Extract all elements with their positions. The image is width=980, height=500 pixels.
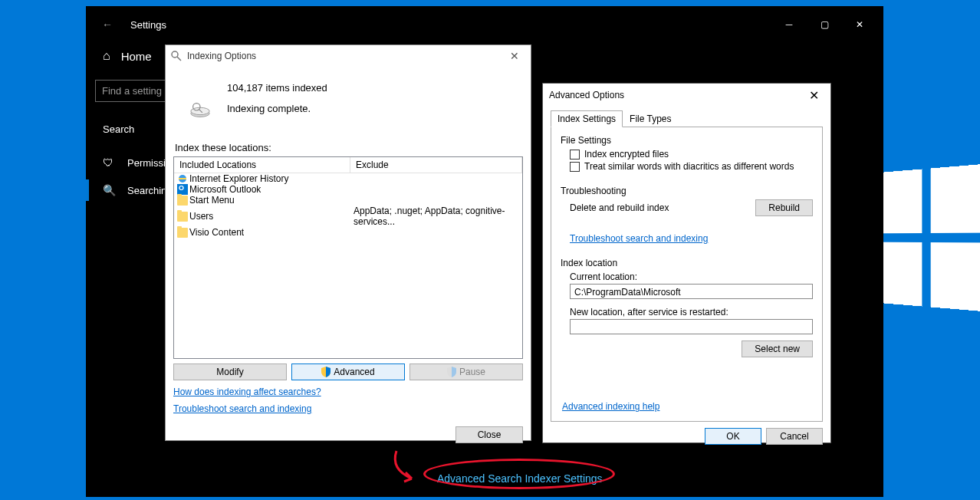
column-exclude[interactable]: Exclude <box>350 157 522 173</box>
delete-rebuild-label: Delete and rebuild index <box>570 202 669 213</box>
folder-icon <box>177 196 188 206</box>
indexing-status: Indexing complete. <box>227 103 327 114</box>
home-label: Home <box>121 50 152 63</box>
maximize-button[interactable]: ▢ <box>807 13 842 36</box>
svg-line-1 <box>177 57 181 61</box>
back-button[interactable]: ← <box>92 18 123 31</box>
advanced-options-dialog: Advanced Options ✕ Index Settings File T… <box>542 83 831 443</box>
svg-point-0 <box>172 51 178 58</box>
indexing-titlebar: Indexing Options ✕ <box>166 45 531 67</box>
rebuild-button[interactable]: Rebuild <box>755 199 813 216</box>
ie-icon <box>177 173 188 184</box>
advanced-titlebar: Advanced Options ✕ <box>543 84 830 107</box>
locations-label: Index these locations: <box>175 142 523 153</box>
advanced-indexer-link[interactable]: Advanced Search Indexer Settings <box>437 472 603 485</box>
drive-icon <box>173 77 227 122</box>
shield-icon <box>321 367 331 377</box>
ok-button[interactable]: OK <box>705 428 761 445</box>
checkbox-icon <box>570 162 580 172</box>
folder-icon <box>177 228 188 238</box>
settings-titlebar: ← Settings ─ ▢ ✕ <box>86 6 883 43</box>
settings-title: Settings <box>123 19 771 31</box>
list-item[interactable]: Start Menu <box>174 195 522 206</box>
outlook-icon <box>177 184 188 195</box>
search-icon: 🔍 <box>103 184 117 196</box>
list-item[interactable]: UsersAppData; .nuget; AppData; cognitive… <box>174 206 522 227</box>
items-indexed-count: 104,187 items indexed <box>227 82 327 94</box>
current-location-label: Current location: <box>570 271 813 282</box>
list-item[interactable]: Visio Content <box>174 227 522 238</box>
checkbox-icon <box>570 150 580 160</box>
minimize-button[interactable]: ─ <box>771 13 807 36</box>
close-button[interactable]: ✕ <box>842 13 877 36</box>
troubleshoot-link[interactable]: Troubleshoot search and indexing <box>570 233 708 244</box>
advanced-button[interactable]: Advanced <box>291 363 405 380</box>
new-location-label: New location, after service is restarted… <box>570 307 813 317</box>
file-settings-label: File Settings <box>561 135 813 146</box>
advanced-title: Advanced Options <box>549 90 798 100</box>
desktop-background <box>896 0 980 500</box>
indexing-title: Indexing Options <box>187 51 503 61</box>
permissions-icon: 🛡 <box>103 156 117 169</box>
tabs: Index Settings File Types <box>551 110 823 127</box>
advanced-close-button[interactable]: ✕ <box>798 88 829 103</box>
annotation-arrow <box>387 445 433 491</box>
indexing-options-dialog: Indexing Options ✕ 104,187 items indexed… <box>165 44 531 441</box>
how-indexing-link[interactable]: How does indexing affect searches? <box>173 387 321 397</box>
troubleshoot-link[interactable]: Troubleshoot search and indexing <box>173 403 311 414</box>
list-item[interactable]: Microsoft Outlook <box>174 184 522 195</box>
tab-file-types[interactable]: File Types <box>623 110 678 127</box>
troubleshooting-label: Troubleshooting <box>561 186 813 196</box>
tab-panel: File Settings Index encrypted files Trea… <box>551 127 823 422</box>
new-location-field[interactable] <box>570 319 813 334</box>
indexing-close-button[interactable]: ✕ <box>503 50 526 62</box>
close-button[interactable]: Close <box>455 426 523 443</box>
cancel-button[interactable]: Cancel <box>766 428 823 445</box>
select-new-button[interactable]: Select new <box>742 340 813 357</box>
home-icon: ⌂ <box>103 49 110 63</box>
list-item[interactable]: Internet Explorer History <box>174 173 522 184</box>
shield-icon <box>447 367 456 377</box>
indexing-icon <box>170 50 183 62</box>
index-location-label: Index location <box>561 258 813 268</box>
tab-index-settings[interactable]: Index Settings <box>551 110 623 127</box>
locations-list[interactable]: Included Locations Exclude Internet Expl… <box>173 156 523 359</box>
column-included[interactable]: Included Locations <box>174 157 350 173</box>
checkbox-encrypted[interactable]: Index encrypted files <box>570 149 813 160</box>
advanced-help-link[interactable]: Advanced indexing help <box>562 401 659 412</box>
current-location-field[interactable]: C:\ProgramData\Microsoft <box>570 284 813 299</box>
folder-icon <box>177 212 188 222</box>
checkbox-diacritics[interactable]: Treat similar words with diacritics as d… <box>570 161 813 172</box>
modify-button[interactable]: Modify <box>173 363 287 380</box>
pause-button: Pause <box>409 363 523 380</box>
